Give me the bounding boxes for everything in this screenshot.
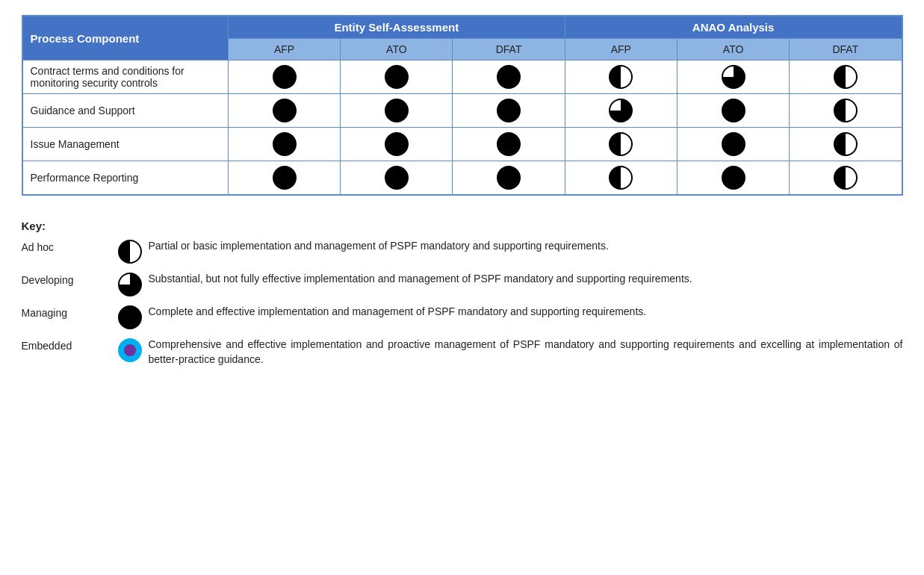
full-icon (497, 99, 521, 122)
esa-ato-header: ATO (341, 39, 453, 60)
main-table-container: Process Component Entity Self-Assessment… (22, 15, 903, 196)
cell-anao_afp (565, 94, 677, 128)
three-quarter-icon (722, 65, 745, 89)
full-icon (273, 132, 297, 156)
anao-dfat-header: DFAT (790, 39, 902, 60)
cell-anao_ato (677, 128, 789, 161)
cell-esa_afp (228, 128, 340, 161)
row-label-2: Issue Management (22, 128, 228, 161)
key-title: Key: (22, 220, 903, 232)
cell-esa_dfat (453, 161, 565, 195)
key-desc-0: Partial or basic implementation and mana… (149, 238, 903, 253)
cell-anao_afp (565, 60, 677, 94)
key-label-2: Managing (22, 304, 111, 319)
full-icon (385, 166, 409, 190)
cell-esa_afp (228, 94, 340, 128)
cell-anao_afp (565, 128, 677, 161)
key-icon-container-2 (111, 304, 149, 329)
half-icon (834, 99, 858, 122)
key-section: Key: Ad hocPartial or basic implementati… (22, 214, 903, 367)
key-row-2: ManagingComplete and effective implement… (22, 304, 903, 329)
cell-anao_dfat (790, 60, 902, 94)
key-label-0: Ad hoc (22, 238, 111, 253)
full-icon (385, 99, 409, 122)
key-row-1: DevelopingSubstantial, but not fully eff… (22, 271, 903, 296)
anao-analysis-header: ANAO Analysis (565, 16, 902, 39)
cell-anao_ato (677, 60, 789, 94)
half-icon (834, 166, 858, 190)
key-label-1: Developing (22, 271, 111, 286)
cell-esa_ato (341, 161, 453, 195)
cell-esa_dfat (453, 128, 565, 161)
table-body: Contract terms and conditions for monito… (22, 60, 902, 195)
key-label-3: Embedded (22, 337, 111, 352)
table-row: Guidance and Support (22, 94, 902, 128)
esa-dfat-header: DFAT (453, 39, 565, 60)
row-label-1: Guidance and Support (22, 94, 228, 128)
half-icon (609, 65, 633, 89)
cell-esa_ato (341, 94, 453, 128)
half-icon (609, 132, 633, 156)
full-icon (722, 99, 745, 122)
key-row-3: EmbeddedComprehensive and effective impl… (22, 337, 903, 367)
anao-ato-header: ATO (677, 39, 789, 60)
key-icon-container-3 (111, 337, 149, 362)
full-icon (722, 166, 745, 190)
full-icon (385, 65, 409, 89)
half-icon (834, 65, 858, 89)
cell-esa_ato (341, 128, 453, 161)
entity-self-assessment-header: Entity Self-Assessment (228, 16, 565, 39)
half-icon (609, 166, 633, 190)
full-icon (273, 65, 297, 89)
cell-anao_dfat (790, 161, 902, 195)
assessment-table: Process Component Entity Self-Assessment… (22, 16, 902, 195)
table-row: Contract terms and conditions for monito… (22, 60, 902, 94)
cell-esa_dfat (453, 60, 565, 94)
esa-afp-header: AFP (228, 39, 340, 60)
cell-anao_dfat (790, 94, 902, 128)
key-desc-3: Comprehensive and effective implementati… (149, 337, 903, 367)
cell-anao_ato (677, 94, 789, 128)
full-icon (118, 305, 142, 329)
full-icon (273, 99, 297, 122)
full-icon (497, 166, 521, 190)
process-component-header: Process Component (22, 16, 228, 60)
key-icon-container-0 (111, 238, 149, 264)
key-row-0: Ad hocPartial or basic implementation an… (22, 238, 903, 264)
key-icon-container-1 (111, 271, 149, 296)
half-icon (118, 240, 142, 264)
header-row-main: Process Component Entity Self-Assessment… (22, 16, 902, 39)
table-row: Issue Management (22, 128, 902, 161)
three-quarter-icon (118, 273, 142, 296)
key-desc-2: Complete and effective implementation an… (149, 304, 903, 319)
key-desc-1: Substantial, but not fully effective imp… (149, 271, 903, 286)
embedded-icon (118, 338, 142, 362)
full-icon (385, 132, 409, 156)
full-icon (497, 132, 521, 156)
three-quarter-icon (609, 99, 633, 122)
full-icon (497, 65, 521, 89)
half-icon (834, 132, 858, 156)
row-label-3: Performance Reporting (22, 161, 228, 195)
table-row: Performance Reporting (22, 161, 902, 195)
cell-esa_afp (228, 60, 340, 94)
key-items: Ad hocPartial or basic implementation an… (22, 238, 903, 367)
cell-esa_dfat (453, 94, 565, 128)
cell-anao_ato (677, 161, 789, 195)
cell-anao_dfat (790, 128, 902, 161)
full-icon (722, 132, 745, 156)
anao-afp-header: AFP (565, 39, 677, 60)
cell-esa_ato (341, 60, 453, 94)
full-icon (273, 166, 297, 190)
row-label-0: Contract terms and conditions for monito… (22, 60, 228, 94)
cell-esa_afp (228, 161, 340, 195)
cell-anao_afp (565, 161, 677, 195)
